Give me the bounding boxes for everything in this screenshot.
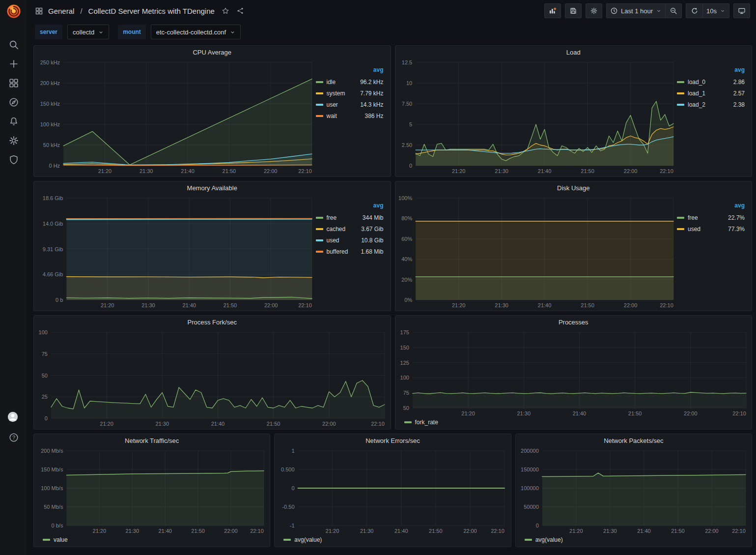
mount-variable-picker[interactable]: etc-collectd-collectd.conf: [151, 25, 241, 39]
legend-item[interactable]: free344 Mib: [316, 212, 384, 223]
legend-series-label: load_0: [688, 79, 705, 86]
legend-item[interactable]: wait386 Hz: [316, 110, 384, 121]
legend-item[interactable]: avg(value): [283, 536, 322, 543]
legend-series-value: 77.3%: [728, 226, 745, 233]
panel-network-errors: Network Errors/sec -1-0.5000.500121:2021…: [274, 434, 511, 547]
legend-item[interactable]: avg(value): [525, 536, 563, 543]
star-icon[interactable]: [222, 7, 229, 15]
legend-swatch-icon: [677, 217, 684, 219]
user-avatar[interactable]: [7, 411, 20, 424]
panel-title[interactable]: Network Packets/sec: [516, 434, 752, 447]
panel-title[interactable]: CPU Average: [34, 46, 391, 58]
chart-svg: 05000010000015000020000021:2021:3021:402…: [518, 447, 750, 535]
chart-processes[interactable]: 507510012515017521:2021:3021:4021:5022:0…: [397, 328, 750, 418]
panel-network-traffic: Network Traffic/sec 0 b/s50 Mb/s100 Mb/s…: [33, 434, 270, 547]
legend-series-label: load_2: [688, 101, 705, 108]
svg-text:21:30: 21:30: [156, 421, 169, 427]
svg-text:22:10: 22:10: [732, 528, 746, 534]
explore-compass-icon[interactable]: [8, 97, 19, 108]
svg-text:22:00: 22:00: [623, 168, 637, 174]
panel-title[interactable]: Network Errors/sec: [275, 434, 510, 447]
svg-text:0 Hz: 0 Hz: [49, 163, 60, 169]
legend-item[interactable]: load_02.86: [677, 76, 745, 88]
time-range-picker[interactable]: Last 1 hour: [606, 3, 665, 18]
legend-avg-header[interactable]: avg: [677, 66, 745, 73]
alerting-bell-icon[interactable]: [8, 116, 19, 127]
app-root: ? General / CollectD Server Metrics with…: [0, 0, 756, 555]
legend-swatch-icon: [404, 421, 412, 423]
refresh-button[interactable]: [686, 3, 702, 18]
mount-variable-value: etc-collectd-collectd.conf: [156, 29, 226, 36]
save-dashboard-button[interactable]: [565, 3, 582, 18]
legend-series-value: 2.38: [733, 101, 745, 108]
chart-disk-usage[interactable]: 0%20%40%60%80%100%21:2021:3021:4021:5022…: [397, 194, 677, 310]
chart-network-packets[interactable]: 05000010000015000020000021:2021:3021:402…: [518, 447, 750, 535]
legend-avg-header[interactable]: avg: [316, 66, 384, 73]
chevron-down-icon: [230, 29, 235, 35]
mount-variable: mount: [118, 25, 146, 39]
svg-text:9.31 Gib: 9.31 Gib: [43, 246, 63, 252]
legend-series-value: 1.68 Mib: [361, 248, 383, 255]
panel-title[interactable]: Load: [395, 46, 752, 58]
legend-avg-header[interactable]: avg: [677, 202, 745, 209]
help-icon[interactable]: ?: [8, 432, 19, 443]
chart-cpu-average[interactable]: 0 Hz50 kHz100 kHz150 kHz200 kHz250 kHz21…: [36, 58, 316, 175]
legend-item[interactable]: free22.7%: [677, 212, 745, 223]
create-plus-icon[interactable]: [8, 58, 19, 69]
panel-title[interactable]: Processes: [395, 316, 752, 328]
dashboard-settings-button[interactable]: [586, 3, 602, 18]
chart-svg: 0%20%40%60%80%100%21:2021:3021:4021:5022…: [397, 194, 677, 310]
legend-item[interactable]: fork_rate: [404, 419, 438, 426]
sidebar: ?: [0, 0, 27, 555]
svg-text:50 kHz: 50 kHz: [43, 142, 60, 148]
legend-item[interactable]: value: [43, 536, 68, 543]
template-variables-row: server collectd mount etc-collectd-colle…: [27, 22, 756, 44]
server-variable-picker[interactable]: collectd: [67, 25, 109, 39]
panel-title[interactable]: Memory Available: [34, 181, 391, 194]
toolbar: Last 1 hour 10s: [544, 3, 750, 18]
grafana-logo[interactable]: [5, 3, 22, 20]
add-panel-button[interactable]: [544, 3, 561, 18]
zoom-out-time-button[interactable]: [665, 3, 682, 18]
time-picker-group: Last 1 hour: [606, 3, 682, 18]
breadcrumb-folder[interactable]: General: [48, 7, 74, 15]
chart-network-errors[interactable]: -1-0.5000.500121:2021:3021:4021:5022:002…: [277, 447, 508, 535]
legend-item[interactable]: load_22.38: [677, 99, 745, 110]
share-icon[interactable]: [236, 7, 244, 15]
dashboard-title[interactable]: CollectD Server Metrics with TDengine: [88, 7, 215, 15]
legend-avg-header[interactable]: avg: [316, 202, 384, 209]
legend-item[interactable]: system7.79 kHz: [316, 88, 384, 99]
chart-load[interactable]: 02.5057.501012.521:2021:3021:4021:5022:0…: [397, 58, 677, 175]
legend-item[interactable]: used10.8 Gib: [316, 234, 384, 246]
dashboard-grid-icon: [35, 7, 43, 15]
legend-item[interactable]: idle96.2 kHz: [316, 76, 384, 88]
chart-process-fork[interactable]: 025507510021:2021:3021:4021:5022:0022:10: [36, 328, 389, 428]
chart-network-traffic[interactable]: 0 b/s50 Mb/s100 Mb/s150 Mb/s200 Mb/s21:2…: [36, 447, 268, 535]
legend-item[interactable]: load_12.57: [677, 88, 745, 99]
legend-item[interactable]: cached3.67 Gib: [316, 223, 384, 234]
panel-title[interactable]: Network Traffic/sec: [34, 434, 270, 447]
refresh-interval-picker[interactable]: 10s: [702, 3, 729, 18]
chevron-down-icon: [656, 8, 662, 14]
search-icon[interactable]: [8, 39, 19, 50]
panel-title[interactable]: Disk Usage: [395, 181, 752, 194]
refresh-group: 10s: [686, 3, 729, 18]
svg-text:125: 125: [400, 360, 409, 366]
legend-item[interactable]: buffered1.68 Mib: [316, 246, 384, 257]
legend-item[interactable]: used77.3%: [677, 223, 745, 234]
cycle-view-mode-button[interactable]: [733, 3, 750, 18]
panel-legend: fork_rate: [397, 418, 750, 428]
legend-series-value: 3.67 Gib: [361, 226, 383, 233]
server-admin-shield-icon[interactable]: [8, 154, 19, 165]
legend-series-label: free: [688, 214, 698, 221]
panel-title[interactable]: Process Fork/sec: [34, 316, 391, 328]
svg-text:21:40: 21:40: [158, 528, 172, 534]
legend-item[interactable]: user14.3 kHz: [316, 99, 384, 110]
svg-text:21:20: 21:20: [326, 528, 339, 534]
chart-memory-available[interactable]: 0 b4.66 Gib9.31 Gib14.0 Gib18.6 Gib21:20…: [36, 194, 316, 310]
legend-series-label: fork_rate: [415, 419, 438, 426]
svg-text:5: 5: [409, 121, 412, 127]
dashboards-icon[interactable]: [8, 78, 19, 88]
configuration-gear-icon[interactable]: [8, 135, 19, 146]
svg-text:0.500: 0.500: [281, 467, 295, 472]
